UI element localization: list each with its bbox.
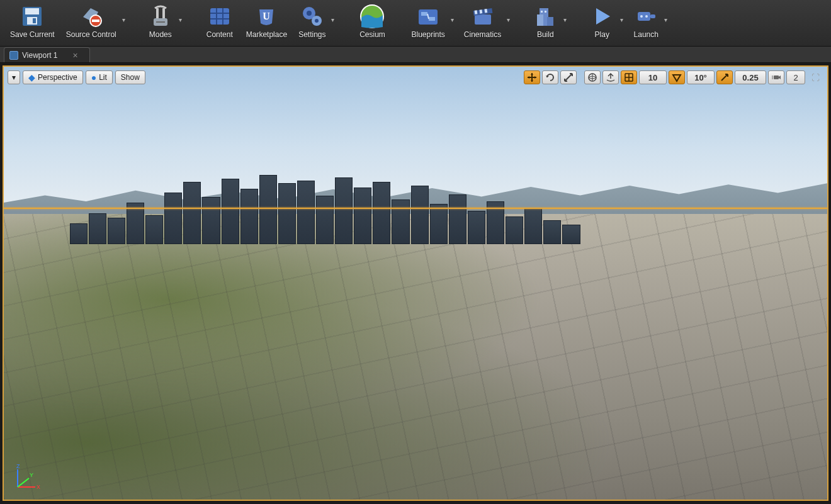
grid-snap-button[interactable] [621, 70, 637, 84]
tab-label: Viewport 1 [22, 51, 57, 60]
viewport[interactable]: ▾ ◆ Perspective ● Lit Show [3, 65, 828, 501]
viewport-controls-left: ▾ ◆ Perspective ● Lit Show [8, 70, 145, 84]
svg-rect-22 [475, 14, 491, 25]
svg-text:X: X [37, 484, 40, 490]
axis-gizmo[interactable]: Z X Y [10, 462, 42, 493]
save-icon [20, 4, 45, 29]
blueprints-button[interactable]: Blueprints ▾ [407, 3, 456, 46]
chevron-down-icon[interactable]: ▾ [507, 16, 510, 23]
chevron-down-icon[interactable]: ▾ [451, 16, 454, 23]
modes-button[interactable]: Modes ▾ [144, 3, 184, 46]
main-toolbar: Save Current Source Control ▾ Modes ▾ Co… [0, 0, 831, 47]
svg-text:Z: Z [16, 463, 20, 469]
surface-snap-button[interactable] [602, 70, 619, 84]
svg-rect-1 [25, 8, 39, 14]
modes-icon [148, 4, 173, 29]
svg-point-35 [645, 15, 648, 18]
viewport-controls-right: 10 10° 0.25 2 ⛶ [524, 70, 823, 84]
svg-rect-5 [92, 20, 99, 22]
marketplace-button[interactable]: U Marketplace [242, 3, 291, 46]
cinematics-icon [470, 4, 495, 29]
svg-rect-32 [638, 12, 650, 21]
chevron-down-icon[interactable]: ▾ [664, 16, 667, 23]
perspective-button[interactable]: ◆ Perspective [23, 70, 83, 84]
build-button[interactable]: Build ▾ [529, 3, 569, 46]
svg-rect-33 [650, 14, 655, 18]
scene-render [4, 67, 827, 500]
cinematics-button[interactable]: Cinematics ▾ [460, 3, 512, 46]
svg-rect-30 [541, 11, 543, 13]
svg-point-34 [640, 15, 643, 18]
camera-speed-value[interactable]: 2 [786, 70, 805, 84]
svg-rect-31 [545, 11, 546, 13]
blueprints-icon [416, 4, 441, 29]
viewport-options-dropdown[interactable]: ▾ [8, 70, 20, 84]
svg-rect-21 [429, 17, 435, 21]
transform-move-button[interactable] [524, 70, 540, 84]
svg-rect-24 [474, 10, 477, 14]
play-icon [589, 4, 614, 29]
cesium-icon [359, 4, 385, 29]
tab-strip: Viewport 1 × [0, 47, 831, 63]
save-current-button[interactable]: Save Current [6, 3, 59, 46]
launch-button[interactable]: Launch ▾ [630, 3, 670, 46]
cesium-button[interactable]: Cesium [353, 3, 391, 46]
chevron-down-icon[interactable]: ▾ [122, 16, 125, 23]
lit-mode-button[interactable]: ● Lit [86, 70, 113, 84]
svg-rect-7 [210, 8, 229, 25]
scale-snap-value[interactable]: 0.25 [735, 70, 766, 84]
svg-rect-37 [774, 76, 779, 79]
chevron-down-icon[interactable]: ▾ [563, 16, 567, 23]
camera-speed-button[interactable] [768, 70, 784, 84]
svg-rect-3 [33, 18, 36, 23]
svg-line-42 [18, 478, 29, 487]
settings-icon [300, 4, 325, 29]
svg-rect-29 [547, 17, 553, 26]
svg-text:U: U [263, 11, 271, 21]
coordinate-space-button[interactable] [584, 70, 601, 84]
source-control-icon [79, 4, 104, 29]
rotation-snap-button[interactable] [669, 70, 685, 84]
chevron-down-icon[interactable]: ▾ [331, 16, 334, 23]
transform-scale-button[interactable] [560, 70, 577, 84]
content-icon [207, 4, 232, 29]
marketplace-icon: U [254, 4, 279, 29]
close-icon[interactable]: × [72, 50, 77, 60]
chevron-down-icon[interactable]: ▾ [620, 16, 623, 23]
cube-icon: ◆ [28, 73, 35, 82]
scale-snap-button[interactable] [716, 70, 733, 84]
maximize-viewport-button[interactable]: ⛶ [807, 70, 823, 84]
svg-rect-26 [484, 9, 487, 13]
tab-viewport-1[interactable]: Viewport 1 × [4, 47, 90, 62]
transform-rotate-button[interactable] [542, 70, 558, 84]
rotation-snap-value[interactable]: 10° [687, 70, 715, 84]
play-button[interactable]: Play ▾ [585, 3, 626, 46]
svg-point-16 [315, 19, 319, 23]
svg-rect-25 [479, 9, 482, 13]
settings-button[interactable]: Settings ▾ [295, 3, 337, 46]
source-control-button[interactable]: Source Control ▾ [62, 3, 128, 46]
viewport-tab-icon [9, 51, 18, 60]
sphere-icon: ● [91, 73, 96, 82]
svg-rect-28 [537, 14, 543, 26]
build-icon [533, 4, 558, 29]
svg-rect-20 [421, 12, 427, 16]
grid-snap-value[interactable]: 10 [639, 70, 667, 84]
launch-icon [633, 4, 659, 29]
show-button[interactable]: Show [115, 70, 145, 84]
svg-text:Y: Y [30, 472, 33, 478]
content-button[interactable]: Content [201, 3, 239, 46]
svg-point-14 [307, 11, 312, 16]
chevron-down-icon[interactable]: ▾ [179, 16, 182, 23]
